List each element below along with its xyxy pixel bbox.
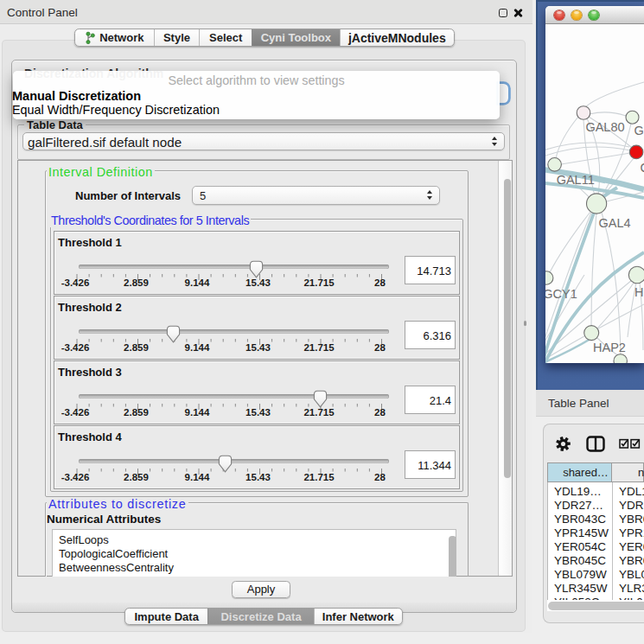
svg-text:GAL4: GAL4 [598,216,630,230]
svg-text:GAL80: GAL80 [585,120,624,134]
svg-text:C: C [641,161,644,175]
svg-text:HAP2: HAP2 [593,341,626,354]
svg-text:GCY1: GCY1 [545,287,577,301]
svg-text:G.: G. [634,124,644,137]
svg-text:H: H [634,285,643,299]
svg-text:GAL11: GAL11 [557,173,595,187]
